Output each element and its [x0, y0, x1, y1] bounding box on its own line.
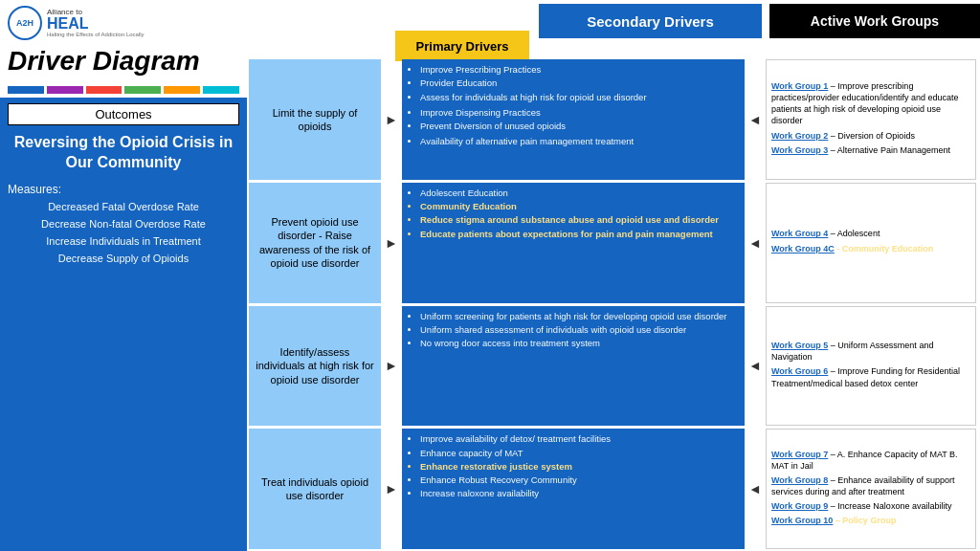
primary-driver-2: Prevent opioid use disorder - Raise awar… [249, 183, 381, 303]
wg-4c-text: - Community Education [835, 244, 934, 253]
sec-1-4: Prevent Diversion of unused opioids [420, 120, 738, 132]
sec-1-0: Improve Prescribing Practices [420, 63, 738, 76]
wg-10-link[interactable]: Work Group 10 [771, 516, 833, 525]
wg-9-link[interactable]: Work Group 9 [771, 501, 828, 511]
driver-row-2: Prevent opioid use disorder - Raise awar… [249, 183, 976, 303]
sec-3-0: Uniform screening for patients at high r… [420, 310, 738, 322]
color-bar-item [86, 86, 122, 94]
measure-4: Decrease Supply of Opioids [8, 252, 239, 265]
wg-2-link[interactable]: Work Group 2 [771, 131, 828, 141]
wg-6-link[interactable]: Work Group 6 [771, 366, 828, 376]
wg-9-text: – Increase Naloxone availability [828, 501, 951, 511]
color-bar-item [124, 86, 161, 94]
wg-8: Work Group 8 – Enhance availability of s… [771, 474, 970, 497]
measures-label: Measures: [8, 183, 239, 196]
connector-1b: ◄ [747, 59, 763, 180]
main-content: Primary Drivers Secondary Drivers Active… [247, 0, 980, 551]
wg-7: Work Group 7 – A. Enhance Capacity of MA… [771, 449, 970, 472]
sec-4-4: Increase naloxone availability [420, 487, 738, 499]
wg-10: Work Group 10 – Policy Group [771, 515, 970, 526]
primary-driver-3: Identify/assess individuals at high risk… [249, 306, 381, 427]
wg-3-link[interactable]: Work Group 3 [771, 145, 828, 155]
connector-3b: ◄ [747, 306, 763, 427]
wg-cell-3: Work Group 5 – Uniform Assessment and Na… [766, 306, 976, 427]
headers-row: Primary Drivers Secondary Drivers Active… [247, 0, 980, 57]
sec-1-3: Improve Dispensing Practices [420, 106, 738, 119]
secondary-driver-1: Improve Prescribing Practices Provider E… [402, 59, 745, 180]
wg-cell-2: Work Group 4 – Adolescent Work Group 4C … [766, 183, 976, 303]
logo-icon: A2H [8, 6, 42, 40]
secondary-driver-3: Uniform screening for patients at high r… [402, 306, 745, 427]
wg-cell-1: Work Group 1 – Improve prescribing pract… [766, 59, 976, 180]
connector-4: ► [384, 429, 399, 549]
wg-1: Work Group 1 – Improve prescribing pract… [771, 80, 970, 127]
color-bar-item [8, 86, 44, 94]
wg-3-text: – Alternative Pain Management [828, 145, 950, 155]
wg-8-link[interactable]: Work Group 8 [771, 475, 828, 485]
secondary-driver-4: Improve availability of detox/ treatment… [402, 429, 745, 549]
body-rows: Limit the supply of opioids ► Improve Pr… [247, 57, 980, 551]
heal-text: HEAL [47, 16, 145, 32]
wg-2-text: – Diversion of Opioids [828, 131, 915, 141]
sec-4-3: Enhance Robust Recovery Community [420, 474, 738, 486]
color-bar-item [47, 86, 83, 94]
logo-area: A2H Alliance to HEAL Halting the Effects… [0, 0, 247, 44]
color-bar [0, 82, 247, 98]
driver-row-1: Limit the supply of opioids ► Improve Pr… [249, 59, 976, 180]
wg-4c-link[interactable]: Work Group 4C [771, 244, 835, 253]
driver-row-4: Treat individuals opioid use disorder ► … [249, 429, 976, 549]
wg-7-link[interactable]: Work Group 7 [771, 450, 828, 459]
wg-9: Work Group 9 – Increase Naloxone availab… [771, 500, 970, 512]
secondary-driver-2: Adolescent Education Community Education… [402, 183, 745, 303]
primary-driver-1: Limit the supply of opioids [249, 59, 381, 180]
wg-4-link[interactable]: Work Group 4 [771, 229, 828, 238]
active-wg-header: Active Work Groups [769, 4, 980, 38]
sec-1-5: Availability of alternative pain managem… [420, 135, 738, 147]
secondary-drivers-header: Secondary Drivers [539, 4, 762, 38]
wg-4: Work Group 4 – Adolescent [771, 228, 970, 239]
sec-4-1: Enhance capacity of MAT [420, 447, 738, 459]
sec-2-0: Adolescent Education [420, 187, 738, 199]
wg-4-text: – Adolescent [828, 229, 880, 238]
title-area: Driver Diagram [0, 44, 247, 82]
connector-4b: ◄ [747, 429, 763, 549]
outcome-main-text: Reversing the Opioid Crisis in Our Commu… [8, 133, 239, 173]
measure-2: Decrease Non-fatal Overdose Rate [8, 217, 239, 231]
left-panel: A2H Alliance to HEAL Halting the Effects… [0, 0, 247, 551]
wg-6: Work Group 6 – Improve Funding for Resid… [771, 365, 970, 388]
wg-10-text: – Policy Group [833, 516, 896, 525]
connector-1: ► [384, 59, 399, 180]
sec-3-1: Uniform shared assessment of individuals… [420, 323, 738, 336]
connector-3: ► [384, 306, 399, 427]
sec-2-2: Reduce stigma around substance abuse and… [420, 213, 738, 226]
sec-2-1: Community Education [420, 200, 738, 212]
connector-2: ► [384, 183, 399, 303]
wg-cell-4: Work Group 7 – A. Enhance Capacity of MA… [766, 429, 976, 549]
primary-driver-4: Treat individuals opioid use disorder [249, 429, 381, 549]
sec-3-2: No wrong door access into treatment syst… [420, 337, 738, 349]
color-bar-item [164, 86, 200, 94]
wg-2: Work Group 2 – Diversion of Opioids [771, 130, 970, 142]
sec-1-1: Provider Education [420, 77, 738, 89]
tagline-text: Halting the Effects of Addiction Locally [47, 32, 145, 38]
wg-5: Work Group 5 – Uniform Assessment and Na… [771, 340, 970, 363]
sec-4-0: Improve availability of detox/ treatment… [420, 432, 738, 445]
outcomes-label: Outcomes [8, 103, 239, 125]
measure-1: Decreased Fatal Overdose Rate [8, 200, 239, 213]
driver-row-3: Identify/assess individuals at high risk… [249, 306, 976, 427]
page-title: Driver Diagram [8, 46, 200, 77]
sec-2-3: Educate patients about expectations for … [420, 228, 738, 240]
color-bar-item [203, 86, 239, 94]
wg-4c: Work Group 4C - Community Education [771, 243, 970, 254]
wg-5-link[interactable]: Work Group 5 [771, 341, 828, 350]
page: A2H Alliance to HEAL Halting the Effects… [0, 0, 980, 551]
measure-3: Increase Individuals in Treatment [8, 234, 239, 248]
connector-2b: ◄ [747, 183, 763, 303]
logo-text: Alliance to HEAL Halting the Effects of … [47, 8, 145, 38]
wg-3: Work Group 3 – Alternative Pain Manageme… [771, 144, 970, 156]
wg-1-link[interactable]: Work Group 1 [771, 81, 828, 91]
sec-1-2: Assess for individuals at high risk for … [420, 91, 738, 103]
sec-4-2: Enhance restorative justice system [420, 460, 738, 473]
